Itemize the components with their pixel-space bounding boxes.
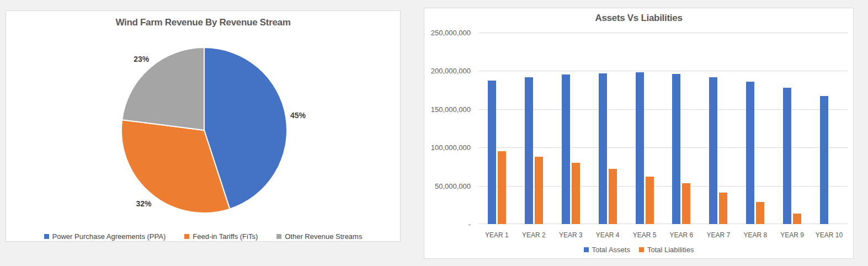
x-axis-tick-label: YEAR 10 — [811, 231, 848, 239]
legend-item: Power Purchase Agreements (PPA) — [44, 232, 166, 241]
pie-legend: Power Purchase Agreements (PPA)Feed-in T… — [6, 232, 400, 241]
x-axis-tick-label: YEAR 1 — [478, 231, 515, 239]
legend-swatch-icon — [584, 247, 589, 252]
x-axis-tick-label: YEAR 4 — [589, 231, 626, 239]
x-axis-labels: YEAR 1YEAR 2YEAR 3YEAR 4YEAR 5YEAR 6YEAR… — [424, 8, 853, 258]
pie-plot-area: 45%32%23% — [116, 42, 292, 219]
legend-swatch-icon — [184, 234, 189, 239]
legend-label: Total Liabilities — [647, 246, 694, 254]
bar-chart-card[interactable]: Assets Vs Liabilities -50,000,000100,000… — [424, 8, 854, 259]
x-axis-tick-label: YEAR 7 — [700, 231, 737, 239]
charts-dashboard: { "chart_data": [ { "type": "pie", "titl… — [0, 0, 868, 266]
legend-swatch-icon — [44, 234, 49, 239]
legend-label: Total Assets — [592, 246, 630, 254]
x-axis-tick-label: YEAR 3 — [552, 231, 589, 239]
legend-label: Feed-in Tariffs (FiTs) — [193, 232, 258, 241]
x-axis-tick-label: YEAR 2 — [515, 231, 552, 239]
legend-item: Other Revenue Streams — [276, 232, 362, 241]
pie-chart-card[interactable]: Wind Farm Revenue By Revenue Stream 45%3… — [6, 10, 401, 242]
legend-swatch-icon — [276, 234, 281, 239]
x-axis-tick-label: YEAR 5 — [626, 231, 663, 239]
pie-slice — [122, 47, 204, 130]
legend-swatch-icon — [639, 247, 644, 252]
pie-chart — [116, 42, 292, 219]
x-axis-tick-label: YEAR 6 — [663, 231, 700, 239]
pie-chart-title: Wind Farm Revenue By Revenue Stream — [6, 17, 400, 28]
pie-data-label: 45% — [290, 111, 306, 120]
legend-item: Feed-in Tariffs (FiTs) — [184, 232, 258, 241]
bar-legend: Total AssetsTotal Liabilities — [424, 246, 853, 254]
legend-item: Total Assets — [584, 246, 630, 254]
x-axis-tick-label: YEAR 8 — [737, 231, 774, 239]
legend-label: Power Purchase Agreements (PPA) — [52, 232, 166, 241]
legend-item: Total Liabilities — [639, 246, 694, 254]
x-axis-tick-label: YEAR 9 — [774, 231, 811, 239]
legend-label: Other Revenue Streams — [285, 232, 362, 241]
